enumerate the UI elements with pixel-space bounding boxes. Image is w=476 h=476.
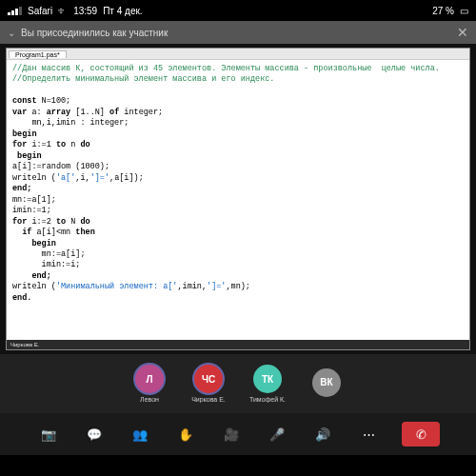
participant-name: Тимофей К.: [249, 396, 286, 403]
participants-strip: Л Левон ЧС Чиркова Е. ТК Тимофей К. ВК: [0, 354, 476, 413]
close-icon[interactable]: ✕: [457, 25, 468, 40]
hangup-button[interactable]: ✆: [402, 422, 440, 446]
avatar: Л: [135, 365, 164, 393]
avatar: ТК: [253, 365, 282, 393]
carrier-label: Safari: [28, 6, 52, 16]
status-date: Пт 4 дек.: [103, 6, 142, 16]
chat-icon[interactable]: 💬: [82, 422, 107, 446]
camera-icon[interactable]: 📷: [36, 422, 61, 446]
participant-tile[interactable]: ТК Тимофей К.: [245, 365, 290, 403]
code-area: //Дан массив К, состоящий из 45 элементо…: [7, 60, 469, 340]
call-controls: 📷 💬 👥 ✋ 🎥 🎤 🔊 ⋯ ✆: [0, 413, 476, 455]
video-off-icon[interactable]: 🎥: [219, 422, 244, 446]
avatar: ВК: [312, 368, 341, 397]
participant-name: Левон: [140, 396, 159, 403]
editor-status-tab: Чиркова Е.: [10, 342, 40, 347]
participant-tile[interactable]: ЧС Чиркова Е.: [186, 365, 231, 403]
status-time: 13:59: [73, 6, 97, 16]
more-icon[interactable]: ⋯: [356, 422, 381, 446]
raise-hand-icon[interactable]: ✋: [173, 422, 198, 446]
editor-status-bar: Чиркова Е.: [7, 340, 469, 349]
wifi-icon: ᯤ: [58, 6, 68, 16]
editor-tabbar: Program1.pas*: [7, 49, 469, 60]
shared-screen-area: Program1.pas* //Дан массив К, состоящий …: [0, 44, 476, 354]
chevron-down-icon[interactable]: ⌄: [8, 28, 15, 38]
participant-tile[interactable]: Л Левон: [127, 365, 172, 403]
ios-status-bar: Safari ᯤ 13:59 Пт 4 дек. 27 % ▭: [0, 0, 476, 21]
speaker-icon[interactable]: 🔊: [310, 422, 335, 446]
banner-text: Вы присоединились как участник: [21, 28, 168, 38]
people-icon[interactable]: 👥: [128, 422, 152, 446]
bottom-letterbox: [0, 455, 476, 476]
battery-icon: ▭: [460, 6, 468, 16]
participant-tile[interactable]: ВК: [304, 368, 349, 400]
participant-name: Чиркова Е.: [191, 396, 226, 403]
mic-off-icon[interactable]: 🎤: [265, 422, 289, 446]
avatar: ЧС: [194, 365, 223, 393]
battery-percent: 27 %: [432, 6, 454, 16]
editor-tab[interactable]: Program1.pas*: [9, 50, 67, 58]
code-editor-window: Program1.pas* //Дан массив К, состоящий …: [6, 48, 470, 350]
signal-icon: [8, 7, 22, 15]
join-banner: ⌄ Вы присоединились как участник ✕: [0, 21, 476, 44]
teams-meeting-window: ⌄ Вы присоединились как участник ✕ Progr…: [0, 21, 476, 455]
